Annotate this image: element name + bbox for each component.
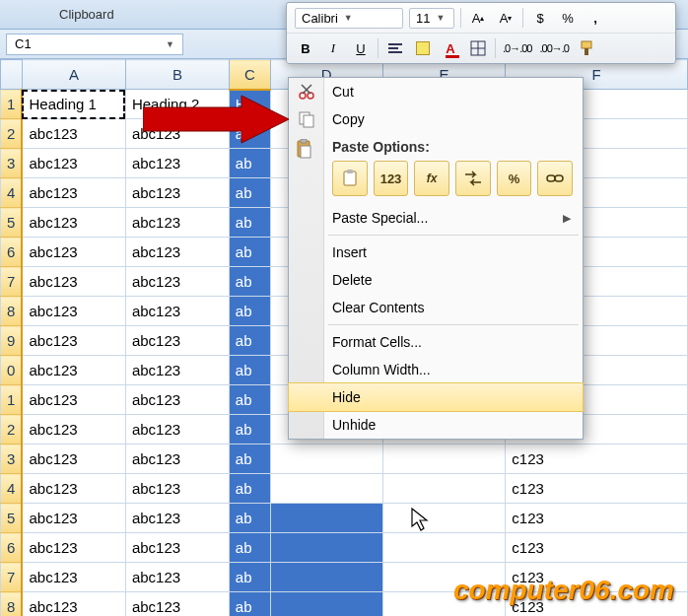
cell-E16[interactable] — [382, 533, 506, 563]
paste-button-formatting[interactable]: % — [497, 161, 532, 196]
select-all-corner[interactable] — [1, 60, 23, 90]
cell-A8[interactable]: abc123 — [22, 297, 125, 326]
cell-D13[interactable] — [270, 445, 382, 474]
cell-B13[interactable]: abc123 — [125, 445, 229, 474]
column-header-a[interactable]: A — [22, 60, 125, 90]
font-color-button[interactable]: A — [440, 37, 461, 59]
cell-F13[interactable]: c123 — [506, 445, 688, 474]
row-header-13[interactable]: 3 — [1, 445, 23, 474]
cell-A10[interactable]: abc123 — [22, 356, 125, 385]
format-painter-button[interactable] — [576, 37, 597, 59]
fill-color-button[interactable] — [412, 37, 434, 59]
row-header-5[interactable]: 5 — [1, 208, 23, 238]
cell-B6[interactable]: abc123 — [125, 238, 229, 267]
italic-button[interactable]: I — [322, 37, 344, 59]
accounting-format-button[interactable]: $ — [529, 7, 551, 29]
column-header-c[interactable]: C — [229, 60, 270, 90]
cell-A13[interactable]: abc123 — [22, 445, 125, 474]
cell-A15[interactable]: abc123 — [22, 504, 125, 533]
cell-E14[interactable] — [382, 474, 506, 504]
cell-B10[interactable]: abc123 — [125, 356, 229, 385]
menu-item-column-width[interactable]: Column Width... — [289, 356, 583, 383]
cell-A1[interactable]: Heading 1 — [22, 90, 125, 119]
menu-item-paste-special[interactable]: Paste Special... ▶ — [289, 204, 583, 232]
cell-C16[interactable]: ab — [229, 533, 270, 563]
underline-button[interactable]: U — [350, 37, 372, 59]
cell-A5[interactable]: abc123 — [22, 208, 125, 238]
cell-A17[interactable]: abc123 — [22, 563, 125, 592]
cell-C4[interactable]: ab — [229, 178, 270, 208]
cell-A6[interactable]: abc123 — [22, 238, 125, 267]
row-header-10[interactable]: 0 — [1, 356, 23, 385]
cell-C9[interactable]: ab — [229, 326, 270, 356]
row-header-4[interactable]: 4 — [1, 178, 23, 208]
cell-A9[interactable]: abc123 — [22, 326, 125, 356]
cell-D14[interactable] — [270, 474, 382, 504]
cell-F14[interactable]: c123 — [506, 474, 688, 504]
cell-A4[interactable]: abc123 — [22, 178, 125, 208]
cell-B8[interactable]: abc123 — [125, 297, 229, 326]
cell-A16[interactable]: abc123 — [22, 533, 125, 563]
cell-D16[interactable] — [270, 533, 382, 563]
grow-font-button[interactable]: A▴ — [467, 7, 489, 29]
cell-C18[interactable]: ab — [229, 592, 270, 617]
cell-C17[interactable]: ab — [229, 563, 270, 592]
cell-B4[interactable]: abc123 — [125, 178, 229, 208]
cell-B17[interactable]: abc123 — [125, 563, 229, 592]
cell-A18[interactable]: abc123 — [22, 592, 125, 617]
name-box[interactable]: C1 ▼ — [6, 34, 183, 55]
paste-button-all[interactable] — [332, 161, 368, 196]
align-button[interactable] — [384, 37, 406, 59]
cell-A12[interactable]: abc123 — [22, 415, 125, 445]
cell-C8[interactable]: ab — [229, 297, 270, 326]
cell-C10[interactable]: ab — [229, 356, 270, 385]
row-header-8[interactable]: 8 — [1, 297, 23, 326]
decrease-decimal-button[interactable]: .00→.0 — [538, 37, 569, 59]
cell-D17[interactable] — [270, 563, 382, 592]
percent-format-button[interactable]: % — [557, 7, 579, 29]
menu-item-unhide[interactable]: Unhide — [289, 411, 583, 439]
column-header-b[interactable]: B — [125, 60, 229, 90]
font-size-selector[interactable]: 11▼ — [409, 8, 454, 29]
paste-button-transpose[interactable] — [455, 161, 491, 196]
cell-B18[interactable]: abc123 — [125, 592, 229, 617]
row-header-17[interactable]: 7 — [1, 563, 23, 592]
cell-C13[interactable]: ab — [229, 445, 270, 474]
cell-A7[interactable]: abc123 — [22, 267, 125, 297]
cell-B14[interactable]: abc123 — [125, 474, 229, 504]
paste-button-formulas[interactable]: fx — [414, 161, 449, 196]
cell-F16[interactable]: c123 — [506, 533, 688, 563]
cell-C15[interactable]: ab — [229, 504, 270, 533]
menu-item-format-cells[interactable]: Format Cells... — [289, 328, 583, 356]
menu-item-cut[interactable]: Cut — [289, 78, 583, 105]
row-header-14[interactable]: 4 — [1, 474, 23, 504]
row-header-15[interactable]: 5 — [1, 504, 23, 533]
cell-C11[interactable]: ab — [229, 385, 270, 415]
row-header-12[interactable]: 2 — [1, 415, 23, 445]
cell-C3[interactable]: ab — [229, 149, 270, 178]
cell-D18[interactable] — [270, 592, 382, 617]
menu-item-copy[interactable]: Copy — [289, 105, 583, 133]
cell-D15[interactable] — [270, 504, 382, 533]
row-header-1[interactable]: 1 — [1, 90, 23, 119]
cell-A14[interactable]: abc123 — [22, 474, 125, 504]
menu-item-insert[interactable]: Insert — [289, 239, 583, 266]
increase-decimal-button[interactable]: .0→.00 — [502, 37, 532, 59]
cell-B9[interactable]: abc123 — [125, 326, 229, 356]
cell-C5[interactable]: ab — [229, 208, 270, 238]
cell-A11[interactable]: abc123 — [22, 385, 125, 415]
cell-A2[interactable]: abc123 — [22, 119, 125, 149]
row-header-3[interactable]: 3 — [1, 149, 23, 178]
cell-F15[interactable]: c123 — [506, 504, 688, 533]
row-header-11[interactable]: 1 — [1, 385, 23, 415]
cell-E13[interactable] — [382, 445, 506, 474]
cell-B5[interactable]: abc123 — [125, 208, 229, 238]
cell-C14[interactable]: ab — [229, 474, 270, 504]
bold-button[interactable]: B — [295, 37, 316, 59]
cell-B16[interactable]: abc123 — [125, 533, 229, 563]
dropdown-icon[interactable]: ▼ — [166, 39, 174, 49]
cell-A3[interactable]: abc123 — [22, 149, 125, 178]
paste-button-link[interactable] — [537, 161, 573, 196]
cell-B7[interactable]: abc123 — [125, 267, 229, 297]
row-header-2[interactable]: 2 — [1, 119, 23, 149]
